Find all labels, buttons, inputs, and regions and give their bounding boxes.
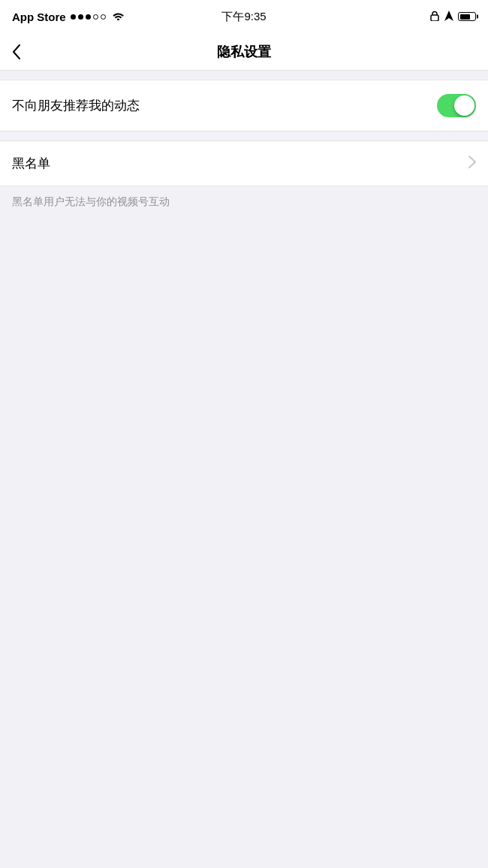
chevron-right-icon: [468, 156, 476, 172]
blacklist-label: 黑名单: [12, 155, 50, 172]
wifi-icon: [112, 11, 125, 23]
status-time: 下午9:35: [167, 10, 321, 24]
dot-4: [93, 14, 98, 20]
blacklist-section: 黑名单: [0, 141, 488, 186]
status-bar: App Store 下午9:35: [0, 0, 488, 33]
toggle-label: 不向朋友推荐我的动态: [12, 97, 140, 114]
dot-2: [78, 14, 83, 20]
dot-1: [71, 14, 76, 20]
location-icon: [444, 11, 453, 23]
battery-body: [458, 12, 476, 21]
svg-rect-0: [431, 15, 438, 21]
dot-5: [101, 14, 106, 20]
carrier-label: App Store: [12, 11, 66, 23]
battery-indicator: [458, 12, 476, 21]
dot-3: [86, 14, 91, 20]
toggle-switch[interactable]: [437, 94, 476, 117]
page-title: 隐私设置: [217, 43, 271, 61]
svg-marker-1: [444, 11, 453, 21]
footer-note: 黑名单用户无法与你的视频号互动: [0, 186, 488, 218]
blacklist-row[interactable]: 黑名单: [0, 141, 488, 186]
signal-dots: [71, 14, 106, 20]
toggle-row: 不向朋友推荐我的动态: [12, 80, 476, 131]
status-right: [321, 11, 476, 23]
back-button[interactable]: [12, 44, 21, 60]
content: 不向朋友推荐我的动态 黑名单 黑名单用户无法与你的视频号互动: [0, 80, 488, 218]
toggle-section: 不向朋友推荐我的动态: [0, 80, 488, 132]
nav-bar: 隐私设置: [0, 33, 488, 71]
battery-fill: [460, 14, 470, 20]
status-left: App Store: [12, 11, 167, 23]
lock-icon: [429, 11, 440, 23]
toggle-knob: [454, 95, 474, 116]
